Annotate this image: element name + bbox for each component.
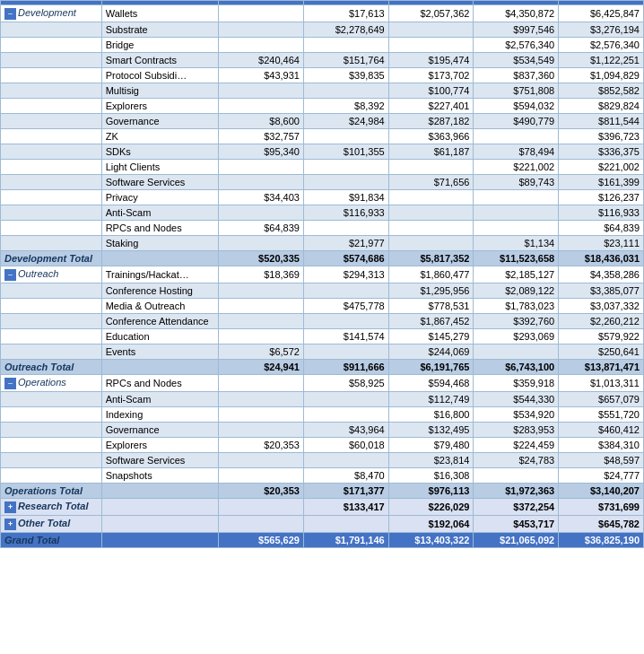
y2021-cell: [303, 129, 388, 144]
subcategory-cell: [101, 516, 219, 533]
y2022-cell: $5,817,352: [388, 251, 474, 266]
y2022-cell: $2,057,362: [388, 5, 474, 22]
y2023-cell: $89,743: [474, 175, 559, 190]
grand-total-cell: $23,111: [559, 236, 644, 251]
y2021-cell: $133,417: [303, 499, 388, 516]
table-row: Explorers$8,392$227,401$594,032$829,824: [1, 99, 644, 114]
y2021-cell: $2,278,649: [303, 22, 388, 38]
table-row: SDKs$95,340$101,355$61,187$78,494$336,37…: [1, 144, 644, 160]
table-row: Outreach Total$24,941$911,666$6,191,765$…: [1, 360, 644, 375]
y2021-cell: $294,313: [303, 266, 388, 283]
category-cell: [1, 299, 102, 314]
grand-total-cell: $2,260,212: [559, 314, 644, 329]
table-row: Anti-Scam$112,749$544,330$657,079: [1, 392, 644, 407]
grand-total-cell: $161,399: [559, 175, 644, 190]
y2023-cell: $534,920: [474, 407, 559, 423]
grand-total-cell: $657,079: [559, 392, 644, 407]
subcategory-cell: RPCs and Nodes: [101, 375, 219, 392]
y2022-cell: $145,279: [388, 329, 474, 344]
y2021-cell: [303, 83, 388, 99]
y2021-cell: $116,933: [303, 205, 388, 221]
y2021-cell: $91,834: [303, 190, 388, 205]
y2020-cell: [219, 499, 304, 516]
expand-icon[interactable]: –: [4, 8, 16, 20]
y2021-cell: $39,835: [303, 68, 388, 83]
table-row: Grand Total$565,629$1,791,146$13,403,322…: [1, 533, 644, 548]
grand-total-cell: $4,358,286: [559, 266, 644, 283]
y2023-cell: $392,760: [474, 314, 559, 329]
y2022-cell: [388, 38, 474, 53]
category-cell: [1, 423, 102, 438]
category-cell: Development Total: [1, 251, 102, 266]
expand-icon[interactable]: –: [4, 378, 16, 389]
table-row: Light Clients$221,002$221,002: [1, 160, 644, 175]
subcategory-cell: Smart Contracts: [101, 53, 219, 68]
y2023-cell: $594,032: [474, 99, 559, 114]
y2021-cell: $101,355: [303, 144, 388, 160]
category-cell: [1, 129, 102, 144]
table-row: Events$6,572$244,069$250,641: [1, 344, 644, 360]
y2022-cell: $226,029: [388, 499, 474, 516]
category-cell: Operations Total: [1, 484, 102, 499]
subcategory-cell: [101, 499, 219, 516]
subcategory-cell: Events: [101, 344, 219, 360]
category-cell: [1, 114, 102, 129]
subcategory-cell: Trainings/Hackat…: [101, 266, 219, 283]
grand-total-cell: $13,871,471: [559, 360, 644, 375]
y2023-cell: $2,089,122: [474, 283, 559, 299]
subcategory-cell: Indexing: [101, 407, 219, 423]
y2020-cell: [219, 392, 304, 407]
subcategory-cell: [101, 360, 219, 375]
y2020-cell: [219, 375, 304, 392]
grand-total-cell: $645,782: [559, 516, 644, 533]
table-row: Privacy$34,403$91,834$126,237: [1, 190, 644, 205]
category-cell: [1, 468, 102, 484]
table-row: +Other Total$192,064$453,717$645,782: [1, 516, 644, 533]
grand-total-cell: $829,824: [559, 99, 644, 114]
y2022-cell: $13,403,322: [388, 533, 474, 548]
category-cell: [1, 53, 102, 68]
grand-total-cell: $1,013,311: [559, 375, 644, 392]
y2021-cell: [303, 283, 388, 299]
y2021-cell: $60,018: [303, 438, 388, 453]
category-cell: Outreach Total: [1, 360, 102, 375]
collapse-icon[interactable]: +: [4, 519, 16, 530]
subcategory-cell: Wallets: [101, 5, 219, 22]
y2020-cell: [219, 299, 304, 314]
y2022-cell: $23,814: [388, 453, 474, 468]
y2020-cell: [219, 83, 304, 99]
y2023-cell: [474, 468, 559, 484]
table-row: Software Services$71,656$89,743$161,399: [1, 175, 644, 190]
subcategory-cell: Multisig: [101, 83, 219, 99]
table-row: –DevelopmentWallets$17,613$2,057,362$4,3…: [1, 5, 644, 22]
table-row: Development Total$520,335$574,686$5,817,…: [1, 251, 644, 266]
subcategory-cell: Light Clients: [101, 160, 219, 175]
grand-total-cell: $396,723: [559, 129, 644, 144]
subcategory-cell: Software Services: [101, 453, 219, 468]
y2022-cell: $173,702: [388, 68, 474, 83]
y2020-cell: $8,600: [219, 114, 304, 129]
category-cell: [1, 99, 102, 114]
grand-total-cell: $3,140,207: [559, 484, 644, 499]
y2023-cell: $224,459: [474, 438, 559, 453]
table-row: Multisig$100,774$751,808$852,582: [1, 83, 644, 99]
subcategory-cell: ZK: [101, 129, 219, 144]
subcategory-cell: Explorers: [101, 438, 219, 453]
y2020-cell: $34,403: [219, 190, 304, 205]
table-row: Governance$43,964$132,495$283,953$460,41…: [1, 423, 644, 438]
table-row: –OperationsRPCs and Nodes$58,925$594,468…: [1, 375, 644, 392]
y2021-cell: [303, 344, 388, 360]
category-cell: [1, 221, 102, 236]
y2022-cell: $287,182: [388, 114, 474, 129]
y2022-cell: $976,113: [388, 484, 474, 499]
y2023-cell: $453,717: [474, 516, 559, 533]
expand-icon[interactable]: –: [4, 269, 16, 281]
y2022-cell: $16,308: [388, 468, 474, 484]
y2020-cell: [219, 205, 304, 221]
y2023-cell: $4,350,872: [474, 5, 559, 22]
category-cell: [1, 453, 102, 468]
collapse-icon[interactable]: +: [4, 501, 16, 513]
y2021-cell: [303, 160, 388, 175]
y2022-cell: $1,295,956: [388, 283, 474, 299]
y2021-cell: [303, 221, 388, 236]
